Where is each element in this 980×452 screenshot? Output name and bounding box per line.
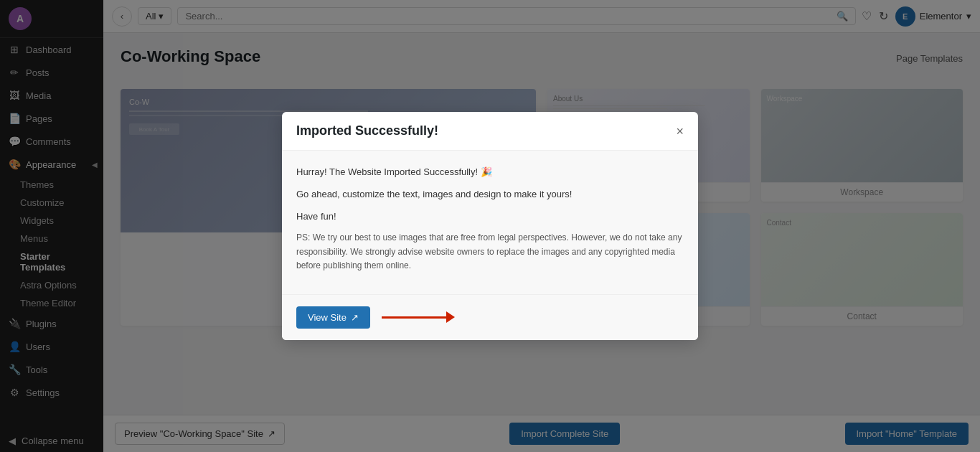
arrow-shaft bbox=[382, 316, 446, 319]
modal-title: Imported Successfully! bbox=[296, 123, 438, 138]
success-modal: Imported Successfully! × Hurray! The Web… bbox=[282, 112, 698, 340]
modal-note: PS: We try our best to use images that a… bbox=[296, 231, 684, 273]
modal-line1: Hurray! The Website Imported Successfull… bbox=[296, 165, 684, 180]
arrow-head bbox=[446, 311, 455, 323]
modal-header: Imported Successfully! × bbox=[282, 112, 698, 151]
external-link-icon: ↗ bbox=[351, 312, 359, 323]
modal-line2: Go ahead, customize the text, images and… bbox=[296, 187, 684, 202]
arrow-indicator bbox=[382, 311, 455, 323]
view-site-button[interactable]: View Site ↗ bbox=[296, 306, 370, 329]
view-site-label: View Site bbox=[308, 312, 347, 323]
modal-line3: Have fun! bbox=[296, 209, 684, 225]
modal-overlay[interactable]: Imported Successfully! × Hurray! The Web… bbox=[0, 0, 980, 452]
modal-footer: View Site ↗ bbox=[282, 294, 698, 340]
modal-close-button[interactable]: × bbox=[676, 125, 684, 138]
modal-body: Hurray! The Website Imported Successfull… bbox=[282, 151, 698, 294]
